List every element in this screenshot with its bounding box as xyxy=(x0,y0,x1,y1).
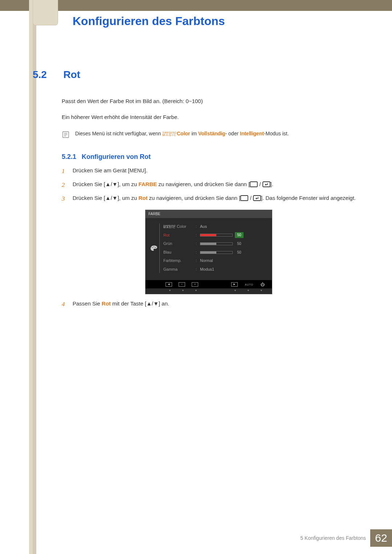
steps-list: Drücken Sie am Gerät [MENU]. Drücken Sie… xyxy=(62,166,363,308)
osd-item-value: :50 xyxy=(196,249,268,256)
step-1: Drücken Sie am Gerät [MENU]. xyxy=(62,166,363,175)
osd-icon-column xyxy=(148,223,159,273)
osd-item-label: Farbtemp. xyxy=(163,258,196,264)
svg-point-10 xyxy=(155,247,156,248)
section-heading: 5.2 Rot xyxy=(33,69,363,81)
svg-point-8 xyxy=(152,247,152,248)
source-icon xyxy=(240,195,248,201)
note-text: Dieses Menü ist nicht verfügbar, wenn SA… xyxy=(75,131,363,136)
footer-chapter: 5 Konfigurieren des Farbtons xyxy=(300,535,366,541)
palette-icon xyxy=(150,245,158,251)
note-icon xyxy=(62,131,70,139)
note-row: Dieses Menü ist nicht verfügbar, wenn SA… xyxy=(62,131,363,139)
osd-auto-label: AUTO xyxy=(245,283,253,287)
up-down-icon: ▲/▼ xyxy=(146,300,159,307)
top-brown-bar xyxy=(0,0,392,11)
step3-target: Rot xyxy=(138,195,147,201)
step2-mid1: ], um zu xyxy=(118,181,139,187)
osd-plus-icon: + xyxy=(192,282,198,287)
osd-footer: ◄ − + ► AUTO ⏻ xyxy=(146,280,272,289)
intro-para-1: Passt den Wert der Farbe Rot im Bild an.… xyxy=(62,97,363,106)
osd-item-label: Rot xyxy=(163,232,196,239)
step2-post: ]. xyxy=(270,181,273,187)
source-icon xyxy=(250,181,258,187)
page-footer: 5 Konfigurieren des Farbtons 62 xyxy=(300,529,392,547)
osd-body: SAMSUNGMAGIC ColorRotGrünBlauFarbtemp.Ga… xyxy=(146,218,272,280)
step2-pre: Drücken Sie [ xyxy=(73,181,105,187)
svg-rect-6 xyxy=(241,196,248,201)
section-number: 5.2 xyxy=(33,69,62,81)
osd-select-icon: ► xyxy=(231,282,238,287)
samsung-magic-logo: SAMSUNGMAGIC xyxy=(162,132,177,136)
note-pre: Dieses Menü ist nicht verfügbar, wenn xyxy=(75,131,162,136)
chapter-tab xyxy=(33,0,58,25)
side-bar-left xyxy=(29,0,33,554)
subsection-number: 5.2.1 xyxy=(62,153,76,160)
step2-mid2: zu navigieren, und drücken Sie dann [ xyxy=(157,181,250,187)
step-3: Drücken Sie [▲/▼], um zu Rot zu navigier… xyxy=(62,194,363,294)
note-post: -Modus ist. xyxy=(264,131,289,136)
step2-target: FARBE xyxy=(138,181,157,187)
note-mid: im xyxy=(190,131,199,136)
down-arrow-icon: ▼ xyxy=(258,288,265,292)
enter-icon xyxy=(262,181,270,187)
osd-item-value: :50 xyxy=(196,232,268,239)
step4-mid: mit der Taste [ xyxy=(111,300,146,307)
osd-item-label: Blau xyxy=(163,249,196,256)
osd-item-value: :50 xyxy=(196,241,268,247)
down-arrow-icon: ▼ xyxy=(193,288,199,292)
enter-icon xyxy=(253,195,261,201)
note-mid2: - oder xyxy=(225,131,240,136)
step4-post: ] an. xyxy=(159,300,169,307)
osd-item-label: Grün xyxy=(163,241,196,247)
osd-title: FARBE xyxy=(146,210,272,218)
step3-mid2: zu navigieren, und drücken Sie dann [ xyxy=(147,195,240,201)
section-title: Rot xyxy=(63,69,80,81)
subsection-heading: 5.2.1 Konfigurieren von Rot xyxy=(62,153,363,161)
page-title: Konfigurieren des Farbtons xyxy=(73,15,225,28)
svg-rect-5 xyxy=(263,182,270,187)
osd-item-value: :Aus xyxy=(196,223,268,230)
svg-rect-7 xyxy=(253,196,261,201)
intro-para-2: Ein höherer Wert erhöht die Intensität d… xyxy=(62,113,363,122)
note-color: Color xyxy=(177,131,190,136)
svg-rect-4 xyxy=(250,182,257,187)
osd-item-label: SAMSUNGMAGIC Color xyxy=(163,223,196,230)
down-arrow-icon: ▼ xyxy=(232,288,238,292)
step1-pre: Drücken Sie am Gerät [ xyxy=(73,167,130,173)
step3-pre: Drücken Sie [ xyxy=(73,195,105,201)
down-arrow-icon: ▼ xyxy=(180,288,186,292)
osd-power-icon: ⏻ xyxy=(261,282,265,288)
step4-target: Rot xyxy=(102,300,111,307)
menu-key: MENU xyxy=(130,168,144,173)
osd-values: :Aus:50:50:50:Normal:Modus1 xyxy=(196,223,268,273)
osd-screenshot: FARBE SAMSUNGMAGIC ColorRotGrünBlauFarbt… xyxy=(145,210,272,294)
note-mode1: Vollständig xyxy=(198,131,225,136)
footer-page-number: 62 xyxy=(370,529,392,547)
magic-bot: MAGIC xyxy=(162,134,177,136)
svg-point-9 xyxy=(154,246,154,247)
osd-item-value: :Normal xyxy=(196,258,268,264)
step-4: Passen Sie Rot mit der Taste [▲/▼] an. xyxy=(62,299,363,308)
osd-arrow-row: ▼ ▼ ▼ ▼ ▼ ▼ xyxy=(146,288,272,294)
step-2: Drücken Sie [▲/▼], um zu FARBE zu navigi… xyxy=(62,180,363,189)
up-down-icon: ▲/▼ xyxy=(105,181,118,187)
step3-post: ]. Das folgende Fenster wird angezeigt. xyxy=(261,195,356,201)
osd-item-value: :Modus1 xyxy=(196,266,268,273)
step4-pre: Passen Sie xyxy=(73,300,102,307)
osd-minus-icon: − xyxy=(179,282,185,287)
step1-post: ]. xyxy=(144,167,147,173)
osd-labels: SAMSUNGMAGIC ColorRotGrünBlauFarbtemp.Ga… xyxy=(159,223,196,273)
down-arrow-icon: ▼ xyxy=(245,288,252,292)
osd-back-icon: ◄ xyxy=(166,282,172,287)
down-arrow-icon: ▼ xyxy=(167,288,173,292)
step3-mid1: ], um zu xyxy=(118,195,139,201)
note-mode2: Intelligent xyxy=(240,131,264,136)
subsection-title: Konfigurieren von Rot xyxy=(82,153,151,160)
up-down-icon: ▲/▼ xyxy=(105,195,118,201)
osd-item-label: Gamma xyxy=(163,266,196,273)
